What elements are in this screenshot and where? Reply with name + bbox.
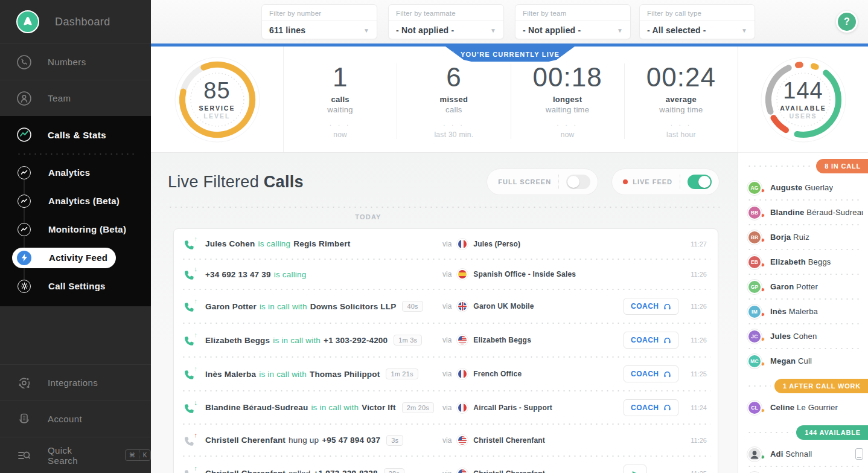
filter-dropdown-1[interactable]: Filter by teammate - Not applied - ▼ (388, 4, 504, 39)
metric-sublabel: calls (445, 105, 462, 114)
monitoring-icon (18, 223, 31, 236)
via-label: via (442, 336, 452, 344)
sidebar-subitem-analytics-beta[interactable]: Analytics (Beta) (0, 187, 151, 215)
call-time: 11:26 (681, 271, 707, 278)
filter-dropdown-3[interactable]: Filter by call type - All selected - ▼ (639, 4, 755, 39)
call-row[interactable]: ↑ Christell Cherenfant called +1 973-229… (174, 457, 718, 473)
metric-longest-waiting-time: 00:18 longest waiting time . . . now (511, 63, 624, 139)
call-row[interactable]: ↑ Christell Cherenfant hung up +95 47 89… (174, 425, 718, 455)
via-label: via (442, 270, 452, 278)
call-time: 11:27 (681, 240, 707, 248)
sidebar-item-numbers[interactable]: Numbers (0, 43, 151, 80)
metric-dots: . . . (557, 120, 578, 127)
sidebar-logo-row[interactable]: Dashboard (0, 0, 151, 43)
team-member-row[interactable]: CL Celine Le Gourrier (738, 396, 868, 419)
team-member-row[interactable]: AG Auguste Guerlay (738, 176, 868, 199)
call-duration-badge: 3s (386, 435, 403, 446)
livefeed-toggle[interactable]: LIVE FEED (611, 169, 720, 195)
service-level-gauge: 85 SERVICE LEVEL (151, 47, 284, 152)
coach-button[interactable]: COACH (624, 298, 678, 315)
call-description: Christell Cherenfant hung up +95 47 894 … (205, 435, 442, 446)
filter-dropdown-2[interactable]: Filter by team - Not applied - ▼ (515, 4, 631, 39)
chevron-down-icon: ▼ (490, 27, 496, 34)
sidebar-subitem-monitoring-beta[interactable]: Monitoring (Beta) (0, 215, 151, 243)
coach-button[interactable]: COACH (624, 332, 678, 349)
metric-label: calls (331, 95, 349, 104)
call-row[interactable]: ↑ Elizabeth Beggs is in call with +1 303… (174, 324, 718, 356)
team-member-row[interactable]: BR Borja Ruiz (738, 225, 868, 249)
sidebar-subitem-call-settings[interactable]: Call Settings (0, 272, 151, 300)
team-status-panel: 144 AVAILABLE USERS 8 IN CALL AG Auguste… (738, 47, 868, 473)
sidebar-subitem-analytics[interactable]: Analytics (0, 158, 151, 187)
filter-label: Filter by teammate (389, 5, 503, 21)
team-member-row[interactable]: IM Inès Malerba (738, 300, 868, 323)
fullscreen-switch[interactable] (566, 175, 590, 189)
call-verb: called (289, 469, 310, 473)
call-actor: Jules Cohen (205, 239, 255, 248)
call-via: via Christell Cherenfant (442, 435, 624, 446)
filter-label: Filter by number (262, 5, 377, 21)
section-divider (168, 207, 720, 208)
call-row[interactable]: ↑ Inès Malerba is in call with Thomas Ph… (174, 358, 718, 390)
avatar: JC (747, 329, 762, 344)
sidebar-item-account[interactable]: Account (0, 401, 151, 437)
call-via: via Spanish Office - Inside Sales (442, 269, 624, 280)
status-badge: 8 IN CALL (816, 159, 868, 173)
call-line-name: Christell Cherenfant (473, 469, 545, 473)
sidebar-subitem-activity-feed[interactable]: Activity Feed (0, 243, 151, 272)
team-member-row[interactable]: Adrien Bordet (738, 467, 868, 473)
sidebar-item-label: Quick Search (48, 445, 104, 466)
via-label: via (442, 436, 452, 445)
coach-button[interactable]: COACH (624, 365, 678, 382)
team-member-name: Elizabeth Beggs (770, 257, 831, 266)
avatar: BR (747, 230, 762, 245)
filter-dropdown-0[interactable]: Filter by number 611 lines ▼ (261, 4, 377, 39)
call-description: Jules Cohen is calling Regis Rimbert (205, 239, 442, 248)
team-member-row[interactable]: Adi Schnall (738, 442, 868, 466)
call-row[interactable]: ↓ Blandine Béraud-Sudreau is in call wit… (174, 391, 718, 423)
sidebar-item-calls-stats[interactable]: Calls & Stats (0, 116, 151, 153)
team-member-row[interactable]: BB Blandine Béraud-Sudreau (738, 201, 868, 224)
call-row[interactable]: ↑ Garon Potter is in call with Downs Sol… (174, 290, 718, 323)
call-description: Elizabeth Beggs is in call with +1 303-2… (205, 335, 442, 346)
call-outgoing-icon: ↑ (183, 467, 197, 473)
call-row[interactable]: ↓ +34 692 13 47 39 is calling via Spanis… (174, 260, 718, 289)
call-via: via French Office (442, 368, 624, 379)
call-time: 11:24 (681, 404, 707, 411)
help-button[interactable]: ? (836, 11, 858, 33)
team-list[interactable]: 8 IN CALL AG Auguste Guerlay BB Blandine… (738, 153, 868, 473)
fullscreen-toggle[interactable]: FULL SCREEN (487, 169, 598, 195)
sidebar-subitem-label: Call Settings (48, 281, 106, 291)
team-member-row[interactable]: EB Elizabeth Beggs (738, 250, 868, 274)
call-line-name: Spanish Office - Inside Sales (473, 270, 576, 278)
livefeed-switch[interactable] (688, 175, 712, 189)
call-verb: is calling (274, 270, 307, 279)
team-member-row[interactable]: MC Megan Cull (738, 349, 868, 373)
sidebar-item-team[interactable]: Team (0, 80, 151, 116)
team-member-row[interactable]: JC Jules Cohen (738, 324, 868, 348)
metric-period: now (561, 130, 575, 139)
metric-value: 00:24 (646, 63, 716, 91)
metric-value: 1 (333, 63, 348, 91)
coach-button[interactable]: COACH (624, 399, 678, 416)
metric-label: longest (553, 95, 582, 104)
team-member-row[interactable]: GP Garon Potter (738, 275, 868, 298)
call-line-name: French Office (473, 370, 522, 378)
filter-value: 611 lines (269, 25, 305, 35)
play-recording-button[interactable]: ▶ (624, 465, 646, 473)
sidebar-item-quick-search[interactable]: Quick Search ⌘ K (0, 437, 151, 473)
call-list-card: ↑ Jules Cohen is calling Regis Rimbert v… (173, 228, 718, 473)
metric-label: missed (440, 95, 468, 104)
metric-dots: . . . (443, 120, 464, 127)
call-description: Inès Malerba is in call with Thomas Phil… (205, 368, 442, 379)
live-status-bar (151, 43, 868, 47)
sidebar-item-integrations[interactable]: Integrations (0, 364, 151, 401)
section-dots (747, 166, 812, 167)
call-row[interactable]: ↑ Jules Cohen is calling Regis Rimbert v… (174, 229, 718, 259)
sidebar-item-label: Team (48, 93, 71, 103)
app-title: Dashboard (55, 16, 110, 28)
call-line-name: Christell Cherenfant (473, 436, 545, 445)
call-time: 11:25 (681, 470, 707, 473)
service-level-label: SERVICE (199, 105, 235, 112)
team-member-name: Megan Cull (770, 356, 812, 365)
